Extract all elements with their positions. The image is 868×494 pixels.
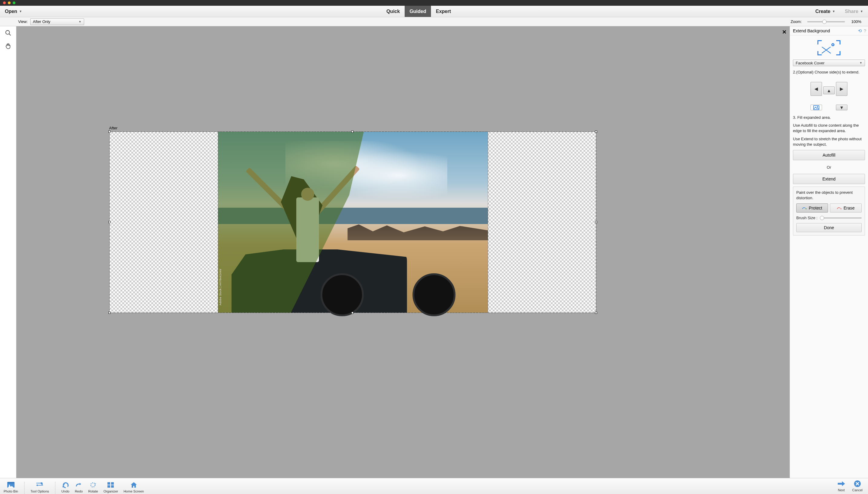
- cancel-button[interactable]: Cancel: [852, 480, 863, 493]
- tool-options-icon: [36, 481, 43, 489]
- svg-rect-12: [107, 482, 110, 484]
- rotate-label: Rotate: [88, 490, 98, 493]
- photo-bin-button[interactable]: Photo Bin: [4, 481, 18, 494]
- canvas-area: ✕ After: [16, 26, 790, 478]
- erase-button[interactable]: Erase: [830, 204, 862, 212]
- original-right-guide: [488, 132, 488, 313]
- svg-rect-15: [111, 485, 114, 488]
- undo-icon: [62, 481, 69, 489]
- crop-handle[interactable]: [351, 131, 354, 133]
- stock-watermark: Adobe Stock | #478442449: [219, 269, 222, 305]
- arrow-right-icon: [837, 480, 846, 488]
- protect-button[interactable]: Protect: [796, 204, 828, 212]
- photo-content: Adobe Stock | #478442449: [218, 132, 488, 313]
- extend-button[interactable]: Extend: [793, 174, 865, 184]
- open-label: Open: [5, 9, 17, 14]
- create-menu[interactable]: Create ▼: [811, 6, 840, 17]
- crop-handle[interactable]: [595, 131, 597, 133]
- next-button[interactable]: Next: [837, 480, 846, 493]
- tab-quick[interactable]: Quick: [382, 6, 405, 17]
- caret-down-icon: ▼: [19, 10, 22, 13]
- tab-expert[interactable]: Expert: [431, 6, 456, 17]
- svg-rect-14: [107, 485, 110, 488]
- undo-label: Undo: [61, 490, 69, 493]
- tool-options-button[interactable]: Tool Options: [31, 481, 49, 494]
- protect-box: Paint over the objects to prevent distor…: [793, 187, 865, 235]
- autofill-desc: Use Autofill to clone content along the …: [793, 123, 865, 133]
- caret-down-icon: ▼: [832, 10, 835, 13]
- window-zoom-icon[interactable]: [13, 1, 15, 4]
- panel-header: Extend Background ⟲ ?: [790, 26, 868, 35]
- extend-background-hero-icon: [793, 40, 865, 55]
- svg-rect-13: [111, 482, 114, 484]
- organizer-icon: [107, 481, 114, 489]
- extend-down-button[interactable]: ▼: [836, 104, 847, 110]
- extend-up-button[interactable]: ▲: [823, 87, 835, 94]
- share-menu[interactable]: Share ▼: [840, 6, 868, 17]
- bottom-bar: Photo Bin Tool Options Undo Redo R: [0, 478, 868, 494]
- done-button[interactable]: Done: [796, 223, 862, 232]
- home-screen-label: Home Screen: [124, 490, 144, 493]
- canvas-label: After: [109, 126, 597, 130]
- step2-text: 2.(Optional) Choose side(s) to extend.: [793, 70, 865, 74]
- svg-point-0: [5, 31, 10, 35]
- redo-icon: [75, 481, 82, 489]
- caret-down-icon: ▼: [860, 61, 862, 64]
- zoom-value: 100%: [848, 19, 861, 24]
- help-icon[interactable]: ?: [864, 28, 866, 34]
- window-minimize-icon[interactable]: [8, 1, 11, 4]
- crop-handle[interactable]: [595, 312, 597, 314]
- extend-left-button[interactable]: ◀: [811, 82, 822, 96]
- zoom-slider-thumb[interactable]: [822, 20, 827, 24]
- direction-center-icon: [811, 104, 822, 110]
- photo-bin-label: Photo Bin: [4, 490, 18, 493]
- erase-label: Erase: [844, 206, 855, 210]
- tool-options-label: Tool Options: [31, 490, 49, 493]
- redo-label: Redo: [75, 490, 83, 493]
- extend-right-button[interactable]: ▶: [836, 82, 847, 96]
- svg-line-1: [9, 34, 11, 36]
- hand-tool[interactable]: [3, 41, 14, 51]
- crop-handle[interactable]: [108, 131, 110, 133]
- direction-pad: ▲ ◀ ▶ ▼: [793, 77, 865, 112]
- crop-handle[interactable]: [351, 312, 354, 314]
- wheel: [413, 273, 456, 317]
- undo-button[interactable]: Undo: [61, 481, 69, 494]
- rotate-button[interactable]: Rotate: [88, 481, 98, 494]
- autofill-button[interactable]: Autofill: [793, 150, 865, 160]
- options-bar: View: After Only ▼ Zoom: 100%: [0, 17, 868, 26]
- zoom-label: Zoom:: [791, 19, 802, 24]
- share-label: Share: [845, 9, 858, 14]
- tab-guided[interactable]: Guided: [405, 6, 431, 17]
- rotate-icon: [89, 481, 97, 489]
- panel-body: Facebook Cover ▼ 2.(Optional) Choose sid…: [790, 35, 868, 478]
- zoom-slider[interactable]: [807, 21, 845, 22]
- home-screen-button[interactable]: Home Screen: [124, 481, 144, 494]
- window-close-icon[interactable]: [3, 1, 6, 4]
- organizer-button[interactable]: Organizer: [104, 481, 118, 494]
- main-menubar: Open ▼ Quick Guided Expert Create ▼ Shar…: [0, 6, 868, 17]
- view-label: View:: [18, 19, 28, 24]
- cancel-icon: [854, 480, 861, 488]
- document-canvas[interactable]: Adobe Stock | #478442449: [109, 132, 597, 313]
- brush-size-thumb[interactable]: [820, 216, 824, 220]
- create-label: Create: [815, 9, 830, 14]
- protect-desc: Paint over the objects to prevent distor…: [796, 190, 862, 201]
- brush-size-label: Brush Size :: [796, 215, 817, 220]
- reset-icon[interactable]: ⟲: [858, 28, 862, 34]
- open-menu[interactable]: Open ▼: [0, 6, 27, 17]
- crop-handle[interactable]: [108, 221, 110, 223]
- redo-button[interactable]: Redo: [75, 481, 83, 494]
- tools-column: [0, 26, 16, 478]
- close-document-button[interactable]: ✕: [782, 29, 786, 35]
- brush-minus-icon: [837, 206, 842, 210]
- crop-handle[interactable]: [595, 221, 597, 223]
- step3-text: 3. Fill expanded area.: [793, 115, 865, 120]
- crop-handle[interactable]: [108, 312, 110, 314]
- caret-down-icon: ▼: [860, 10, 863, 13]
- brush-size-slider[interactable]: [820, 217, 862, 218]
- zoom-tool[interactable]: [3, 28, 14, 38]
- preset-select[interactable]: Facebook Cover ▼: [793, 60, 865, 66]
- view-select[interactable]: After Only ▼: [30, 18, 84, 25]
- original-left-guide: [218, 132, 218, 313]
